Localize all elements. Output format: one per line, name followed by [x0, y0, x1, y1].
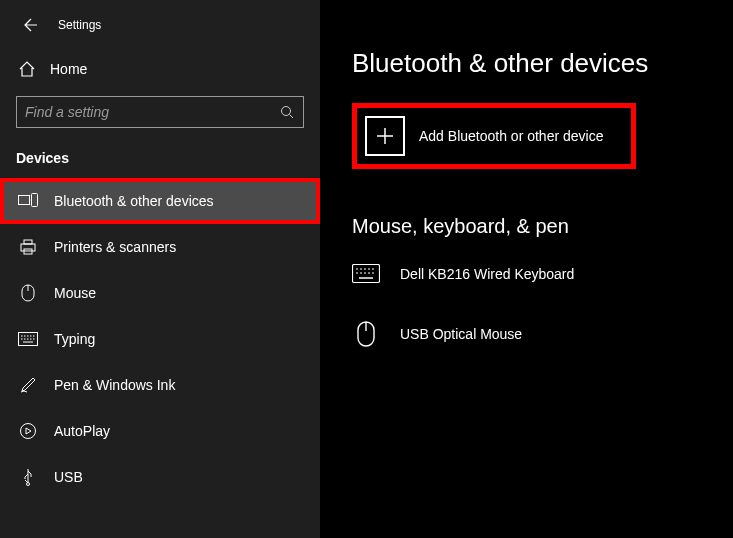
sidebar-item-printers[interactable]: Printers & scanners — [0, 224, 320, 270]
sidebar-item-bluetooth[interactable]: Bluetooth & other devices — [0, 178, 320, 224]
nav-home-label: Home — [50, 61, 87, 77]
device-label: Dell KB216 Wired Keyboard — [400, 266, 574, 282]
svg-point-0 — [282, 107, 291, 116]
app-title: Settings — [58, 18, 101, 32]
nav-home[interactable]: Home — [0, 50, 320, 88]
device-item[interactable]: USB Optical Mouse — [352, 320, 733, 348]
arrow-left-icon — [21, 17, 37, 33]
sidebar-item-label: Mouse — [54, 285, 96, 301]
search-icon — [279, 104, 295, 120]
autoplay-icon — [18, 421, 38, 441]
search-box[interactable] — [16, 96, 304, 128]
sidebar-item-autoplay[interactable]: AutoPlay — [0, 408, 320, 454]
home-icon — [18, 60, 36, 78]
svg-rect-2 — [32, 194, 38, 207]
sidebar: Settings Home Devices Bluetooth & other … — [0, 0, 320, 538]
pen-icon — [18, 375, 38, 395]
keyboard-icon — [18, 329, 38, 349]
main-content: Bluetooth & other devices Add Bluetooth … — [320, 0, 733, 538]
svg-rect-3 — [21, 244, 35, 251]
sidebar-item-label: USB — [54, 469, 83, 485]
svg-point-13 — [27, 483, 30, 486]
device-label: USB Optical Mouse — [400, 326, 522, 342]
keyboard-icon — [352, 260, 380, 288]
plus-icon — [365, 116, 405, 156]
search-row — [0, 88, 320, 132]
mouse-icon — [18, 283, 38, 303]
sidebar-item-typing[interactable]: Typing — [0, 316, 320, 362]
svg-rect-1 — [19, 196, 30, 205]
device-item[interactable]: Dell KB216 Wired Keyboard — [352, 260, 733, 288]
sidebar-item-usb[interactable]: USB — [0, 454, 320, 500]
sidebar-group-header: Devices — [0, 132, 320, 178]
sidebar-item-label: Typing — [54, 331, 95, 347]
mouse-icon — [352, 320, 380, 348]
add-device-button[interactable]: Add Bluetooth or other device — [352, 103, 636, 169]
add-device-label: Add Bluetooth or other device — [419, 128, 603, 144]
sidebar-item-mouse[interactable]: Mouse — [0, 270, 320, 316]
sidebar-item-label: AutoPlay — [54, 423, 110, 439]
sidebar-item-pen[interactable]: Pen & Windows Ink — [0, 362, 320, 408]
search-input[interactable] — [25, 104, 265, 120]
devices-icon — [18, 191, 38, 211]
usb-icon — [18, 467, 38, 487]
svg-point-12 — [21, 424, 36, 439]
titlebar: Settings — [0, 10, 320, 50]
page-title: Bluetooth & other devices — [352, 48, 733, 79]
sidebar-item-label: Bluetooth & other devices — [54, 193, 214, 209]
svg-rect-4 — [24, 240, 32, 244]
section-header: Mouse, keyboard, & pen — [352, 215, 733, 238]
printer-icon — [18, 237, 38, 257]
back-button[interactable] — [20, 16, 38, 34]
sidebar-item-label: Pen & Windows Ink — [54, 377, 175, 393]
sidebar-item-label: Printers & scanners — [54, 239, 176, 255]
